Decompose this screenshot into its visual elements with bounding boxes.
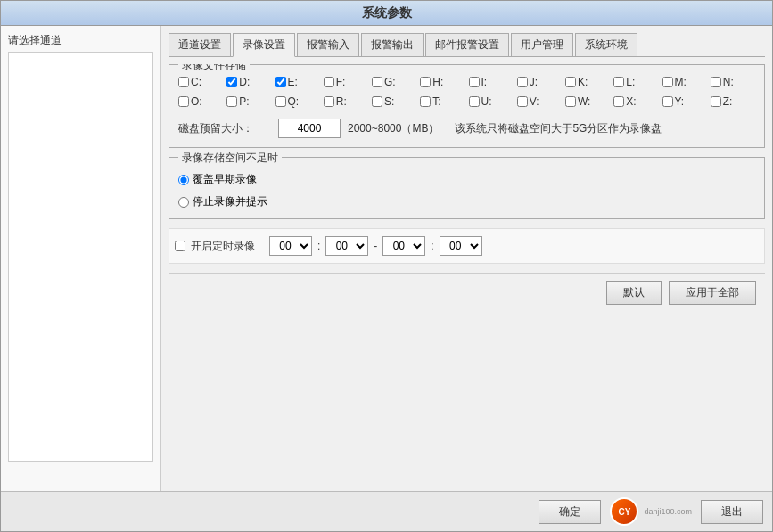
timer-hour1-select[interactable]: 00 xyxy=(269,236,312,256)
drive-x: X: xyxy=(613,95,658,108)
timer-min2-select[interactable]: 00 xyxy=(440,236,482,256)
drive-j: J: xyxy=(517,76,562,88)
stop-option: 停止录像并提示 xyxy=(178,194,755,209)
timer-label: 开启定时录像 xyxy=(191,239,255,254)
drive-g: G: xyxy=(372,76,416,88)
storage-full-options: 覆盖早期录像 停止录像并提示 xyxy=(178,172,755,209)
overwrite-radio[interactable] xyxy=(178,175,189,185)
drive-i: I: xyxy=(469,76,514,88)
drive-f: F: xyxy=(324,76,368,88)
drive-m-checkbox[interactable] xyxy=(662,77,673,87)
timer-min1-select[interactable]: 00 xyxy=(325,236,368,256)
drive-h-checkbox[interactable] xyxy=(420,77,431,87)
drive-y-checkbox[interactable] xyxy=(662,96,673,107)
action-buttons: 默认 应用于全部 xyxy=(606,281,756,305)
drive-u-checkbox[interactable] xyxy=(469,96,480,107)
logo-text: CY xyxy=(619,507,631,517)
content-area: 请选择通道 通道设置 录像设置 报警输入 报警输出 邮件报警设置 用户管理 系统… xyxy=(1,26,772,491)
main-panel: 通道设置 录像设置 报警输入 报警输出 邮件报警设置 用户管理 系统环境 录像文… xyxy=(161,26,772,491)
drive-e-checkbox[interactable] xyxy=(275,77,286,87)
disk-size-row: 磁盘预留大小： 2000~8000（MB） 该系统只将磁盘空间大于5G分区作为录… xyxy=(178,119,755,138)
action-bar: 默认 应用于全部 xyxy=(169,273,765,312)
drive-k: K: xyxy=(565,76,610,88)
main-window: 系统参数 请选择通道 通道设置 录像设置 报警输入 报警输出 邮件报警设置 用户… xyxy=(0,0,773,532)
disk-size-range: 2000~8000（MB） xyxy=(348,121,439,136)
tab-alarm-output[interactable]: 报警输出 xyxy=(361,33,424,56)
confirm-bar: 确定 CY danji100.com 退出 xyxy=(1,491,772,531)
drive-x-checkbox[interactable] xyxy=(613,96,624,107)
tab-recording-settings[interactable]: 录像设置 xyxy=(233,33,295,57)
drive-l: L: xyxy=(613,76,658,88)
tab-email-alarm[interactable]: 邮件报警设置 xyxy=(425,33,509,56)
tab-user-management[interactable]: 用户管理 xyxy=(511,33,573,56)
default-button[interactable]: 默认 xyxy=(606,281,662,305)
drive-y: Y: xyxy=(662,95,707,108)
title-bar: 系统参数 xyxy=(1,1,772,26)
drive-r: R: xyxy=(324,95,368,108)
tab-system-env[interactable]: 系统环境 xyxy=(575,33,637,56)
timer-checkbox[interactable] xyxy=(175,241,185,251)
drive-c: C: xyxy=(178,76,223,88)
sidebar: 请选择通道 xyxy=(1,26,161,491)
drive-m: M: xyxy=(662,76,707,88)
tab-channel-settings[interactable]: 通道设置 xyxy=(169,33,231,56)
drive-p-checkbox[interactable] xyxy=(226,96,237,107)
drive-t: T: xyxy=(420,95,465,108)
drive-g-checkbox[interactable] xyxy=(372,77,382,87)
drive-p: P: xyxy=(226,95,271,108)
drive-f-checkbox[interactable] xyxy=(324,77,334,87)
drive-u: U: xyxy=(469,95,514,108)
sidebar-label: 请选择通道 xyxy=(8,33,153,48)
drive-l-checkbox[interactable] xyxy=(613,77,624,87)
drive-i-checkbox[interactable] xyxy=(469,77,480,87)
overwrite-label: 覆盖早期录像 xyxy=(193,172,257,187)
recording-storage-group: 录像文件存储 C: D: E: xyxy=(169,64,765,148)
drive-o: O: xyxy=(178,95,223,108)
stop-label: 停止录像并提示 xyxy=(193,194,267,209)
storage-full-group: 录像存储空间不足时 覆盖早期录像 停止录像并提示 xyxy=(169,157,765,219)
drive-t-checkbox[interactable] xyxy=(420,96,431,107)
drive-q-checkbox[interactable] xyxy=(275,96,286,107)
confirm-button[interactable]: 确定 xyxy=(539,500,601,524)
drive-c-checkbox[interactable] xyxy=(178,77,189,87)
logo-site: danji100.com xyxy=(644,507,692,516)
drive-k-checkbox[interactable] xyxy=(565,77,576,87)
overwrite-option: 覆盖早期录像 xyxy=(178,172,755,187)
logo-area: CY danji100.com xyxy=(610,497,692,526)
drive-h: H: xyxy=(420,76,465,88)
storage-full-title: 录像存储空间不足时 xyxy=(178,151,282,166)
channel-list[interactable] xyxy=(8,52,153,462)
drive-r-checkbox[interactable] xyxy=(324,96,334,107)
disk-size-input[interactable] xyxy=(278,119,341,138)
apply-all-button[interactable]: 应用于全部 xyxy=(669,281,756,305)
drive-z-checkbox[interactable] xyxy=(711,96,721,107)
logo-icon: CY xyxy=(610,497,638,526)
drive-o-checkbox[interactable] xyxy=(178,96,189,107)
drive-s: S: xyxy=(372,95,416,108)
disk-size-note: 该系统只将磁盘空间大于5G分区作为录像盘 xyxy=(455,121,662,136)
drive-d: D: xyxy=(226,76,271,88)
panel-body: 录像文件存储 C: D: E: xyxy=(169,64,765,484)
drive-s-checkbox[interactable] xyxy=(372,96,382,107)
timer-hour2-select[interactable]: 00 xyxy=(382,236,425,256)
drive-n: N: xyxy=(711,76,755,88)
drive-q: Q: xyxy=(275,95,320,108)
drive-v: V: xyxy=(517,95,562,108)
cancel-button[interactable]: 退出 xyxy=(701,500,763,524)
tab-bar: 通道设置 录像设置 报警输入 报警输出 邮件报警设置 用户管理 系统环境 xyxy=(169,33,765,57)
drive-e: E: xyxy=(275,76,320,88)
disk-size-label: 磁盘预留大小： xyxy=(178,121,253,136)
drive-w: W: xyxy=(565,95,610,108)
drive-w-checkbox[interactable] xyxy=(565,96,576,107)
window-title: 系统参数 xyxy=(362,5,412,21)
drive-v-checkbox[interactable] xyxy=(517,96,528,107)
stop-radio[interactable] xyxy=(178,197,189,208)
drive-j-checkbox[interactable] xyxy=(517,77,528,87)
tab-alarm-input[interactable]: 报警输入 xyxy=(297,33,359,56)
drive-d-checkbox[interactable] xyxy=(226,77,237,87)
drive-z: Z: xyxy=(711,95,755,108)
recording-storage-title: 录像文件存储 xyxy=(178,64,250,73)
drive-n-checkbox[interactable] xyxy=(711,77,721,87)
timer-row: 开启定时录像 00 : 00 - 00 : 00 xyxy=(169,228,765,264)
